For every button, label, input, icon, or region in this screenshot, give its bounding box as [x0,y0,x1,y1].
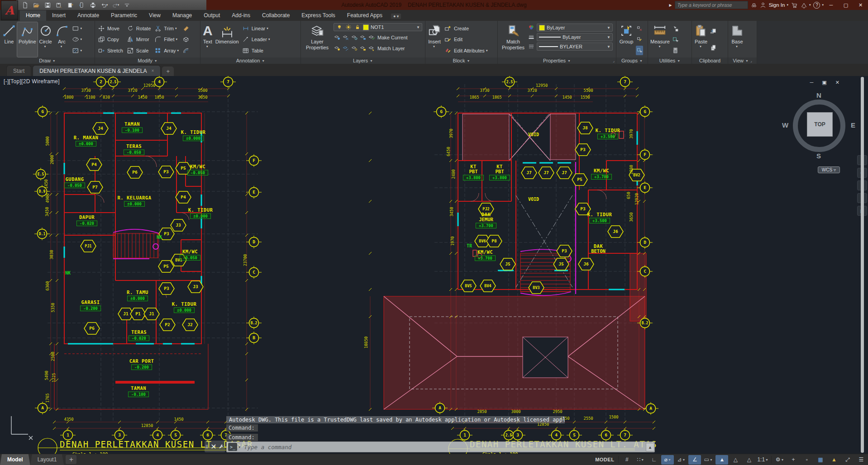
new-drawing-tab-button[interactable]: + [162,66,174,76]
application-menu-button[interactable]: A [1,0,18,20]
snap-mode[interactable]: ∷▼ [634,455,647,465]
layer-properties-button[interactable]: Layer Properties [302,22,333,57]
trim-button[interactable]: Trim▾ [153,24,180,33]
viewcube-top-face[interactable]: TOP [807,112,833,137]
explode-button[interactable] [181,35,191,44]
ungroup-button[interactable] [636,24,643,33]
command-prompt-icon[interactable]: >_ [228,443,237,451]
scale-button[interactable]: Scale [125,46,152,55]
restore-button[interactable]: ▢ [839,0,854,10]
panel-footer-modify[interactable]: Modify▼ [95,57,200,64]
paste-button[interactable]: Paste▾ [693,22,709,57]
panel-footer-properties[interactable]: Properties▼⌟ [498,57,616,64]
dimension-button[interactable]: Dimension [214,22,240,57]
dynamic-input[interactable]: △ [729,455,742,465]
layer-dropdown[interactable]: NOT1▼ [334,23,422,31]
copy-clip-button[interactable] [710,43,717,52]
erase-button[interactable] [181,24,191,33]
minimize-button[interactable]: ─ [824,0,839,10]
polar-tracking[interactable]: ⌀▼ [661,455,674,465]
clean-screen-objects[interactable]: ▫ [801,455,813,465]
quick-select-button[interactable] [672,35,679,44]
panel-footer-utilities[interactable]: Utilities▼ [648,57,692,64]
match-layer-button[interactable]: Match Layer [368,43,405,53]
plot-icon[interactable] [88,0,98,9]
panel-footer-layers[interactable]: Layers▼ [301,57,425,64]
arc-button[interactable]: Arc▾ [54,22,70,57]
fullscreen[interactable]: ⤢ [841,455,854,465]
group-button[interactable]: Group [617,22,635,57]
group-edit-button[interactable] [636,35,643,44]
ortho-mode[interactable]: ∟ [648,455,660,465]
object-color-dropdown[interactable]: ByLayer▼ [537,24,613,32]
file-tab-start[interactable]: Start [6,65,31,76]
undo-icon[interactable]: ▾ [99,0,109,9]
panel-footer-draw[interactable]: Draw▼ [0,57,95,64]
new-icon[interactable] [20,0,30,9]
vertical-scrollbar[interactable] [861,77,864,453]
cut-button[interactable] [710,27,717,36]
rectangle-button[interactable]: ▾ [71,24,84,33]
ribbon-tab-insert[interactable]: Insert [46,10,72,21]
object-snap[interactable]: ▲ [715,455,728,465]
model-space-canvas[interactable]: 22.547GE.5D.9D.1AFEDCB.2B134567J4J4P4P6P… [0,76,868,454]
circle-button[interactable]: Circle▾ [38,22,54,57]
move-button[interactable]: Move [96,24,124,33]
ribbon-tab-annotate[interactable]: Annotate [72,10,105,21]
3d-object-snap[interactable]: △ [743,455,755,465]
base-view-button[interactable]: Base▾ [729,22,745,57]
panel-footer-clipboard[interactable]: Clipboard [692,57,728,64]
search-arrow-icon[interactable]: ▸ [669,2,672,8]
ribbon-tab-parametric[interactable]: Parametric [105,10,143,21]
new-layout-button[interactable]: + [66,455,76,464]
help-icon[interactable]: ? [813,2,820,9]
customization-menu[interactable]: ☰ [855,455,868,465]
create-block-button[interactable]: Create [443,24,489,33]
app-caret-icon[interactable]: ▾ [809,3,811,7]
ribbon-tab-featured-apps[interactable]: Featured Apps [341,10,388,21]
command-input[interactable] [243,443,654,451]
transfer-icon[interactable] [76,0,86,9]
grid-display[interactable]: # [620,455,633,465]
ribbon-tab-express-tools[interactable]: Express Tools [296,10,341,21]
model-space-badge[interactable]: MODEL [595,457,614,462]
text-button[interactable]: AText▾ [201,22,214,57]
ribbon-tab-manage[interactable]: Manage [167,10,198,21]
viewport-controls-label[interactable]: [-][Top][2D Wireframe] [4,78,60,85]
stretch-button[interactable]: Stretch [96,46,124,55]
file-tab-close-icon[interactable]: × [152,68,154,73]
hatch-button[interactable]: ▾ [71,46,84,55]
panel-footer-groups[interactable]: Groups▼ [616,57,648,64]
save-icon[interactable] [43,0,52,9]
close-button[interactable]: ✕ [853,0,868,10]
wcs-dropdown[interactable]: WCS ▿ [818,166,840,173]
rotate-button[interactable]: Rotate [125,24,152,33]
model-tab[interactable]: Model [0,454,30,465]
object-snap-tracking[interactable]: ∠ [688,455,701,465]
ribbon-tab-home[interactable]: Home [20,10,46,21]
settings-gear[interactable]: ⚙▼ [773,455,786,465]
group-selection-toggle[interactable] [636,46,643,55]
panel-footer-annotation[interactable]: Annotation▼ [200,57,300,64]
ribbon-tab-view[interactable]: View [143,10,167,21]
redo-icon[interactable]: ▾ [110,0,120,9]
file-tab-document[interactable]: DENAH PERLETAKAN KUSEN & JENDELA× [33,65,161,76]
layout1-tab[interactable]: Layout1 [30,454,64,465]
command-caret-icon[interactable]: ▾ [238,445,240,449]
isolate-objects[interactable]: + [787,455,800,465]
polyline-button[interactable]: Polyline [17,22,38,57]
command-window-grip[interactable]: ⣿ ✕ [205,441,225,452]
command-line[interactable]: >_ ▾ [226,441,655,452]
mirror-button[interactable]: Mirror [125,35,152,44]
command-history-toggle[interactable]: ▲ [646,443,654,451]
linear-dimension-button[interactable]: Linear▾ [241,24,272,33]
command-close-icon[interactable]: ✕ [210,442,216,451]
ellipse-button[interactable]: ▾ [71,35,84,44]
sign-in-button[interactable]: Sign In [769,2,785,8]
insert-block-button[interactable]: Insert▾ [426,22,443,57]
sign-in-caret-icon[interactable]: ▾ [787,3,788,7]
isodraft[interactable]: ⊿▼ [675,455,687,465]
fillet-button[interactable]: Fillet▾ [153,35,180,44]
array-button[interactable]: Array▾ [153,46,180,55]
linetype-dropdown[interactable]: BYLAYER▼ [537,43,613,51]
